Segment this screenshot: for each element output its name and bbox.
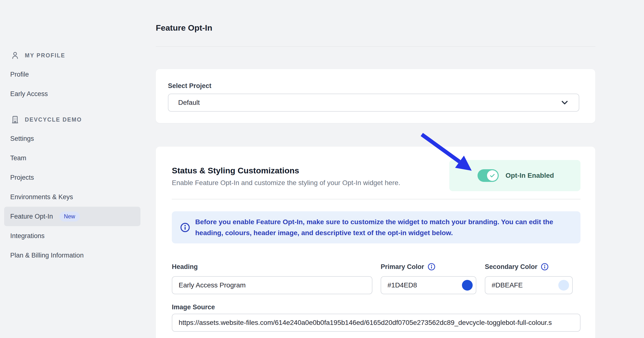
building-icon (11, 115, 20, 124)
sidebar-item-label: Profile (10, 71, 29, 78)
primary-color-input-wrap (381, 271, 476, 294)
secondary-color-swatch[interactable] (558, 280, 569, 291)
sidebar: MY PROFILE Profile Early Access DEVCYCLE… (4, 50, 140, 265)
secondary-color-label: Secondary Color (485, 263, 538, 271)
new-badge: New (60, 212, 80, 222)
opt-in-toggle-label: Opt-In Enabled (506, 172, 554, 179)
secondary-color-field: Secondary Color (485, 263, 573, 294)
customization-fields-row: Heading Primary Color (172, 263, 580, 294)
select-project-card: Select Project Default (156, 69, 595, 123)
image-source-label-row: Image Source (172, 303, 580, 311)
sidebar-gap (4, 104, 140, 115)
sidebar-item-label: Settings (10, 135, 34, 142)
primary-color-swatch[interactable] (462, 280, 473, 291)
heading-field: Heading (172, 263, 372, 294)
sidebar-section-devcycle-demo: DEVCYCLE DEMO (4, 115, 140, 124)
select-project-label: Select Project (168, 82, 579, 90)
sidebar-item-profile[interactable]: Profile (4, 65, 140, 84)
sidebar-item-label: Early Access (10, 90, 48, 98)
sidebar-item-label: Team (10, 154, 26, 162)
info-banner-text: Before you enable Feature Opt-In, make s… (195, 216, 560, 238)
sidebar-item-projects[interactable]: Projects (4, 168, 140, 187)
heading-label: Heading (172, 263, 198, 271)
status-header-row: Status & Styling Customizations Enable F… (172, 147, 580, 191)
status-section-title: Status & Styling Customizations (172, 165, 400, 176)
sidebar-section-my-profile: MY PROFILE (4, 50, 140, 60)
sidebar-item-label: Feature Opt-In (10, 213, 53, 220)
sidebar-item-team[interactable]: Team (4, 148, 140, 168)
main-content: Feature Opt-In Select Project Default St… (156, 0, 595, 338)
info-banner: Before you enable Feature Opt-In, make s… (172, 211, 580, 243)
secondary-color-input-wrap (485, 271, 573, 294)
sidebar-item-settings[interactable]: Settings (4, 129, 140, 148)
project-select[interactable]: Default (168, 94, 579, 112)
sidebar-item-label: Environments & Keys (10, 193, 73, 201)
chevron-down-icon (560, 98, 570, 107)
title-divider (156, 46, 595, 47)
sidebar-item-feature-opt-in[interactable]: Feature Opt-In New (4, 207, 140, 226)
toggle-knob (487, 170, 498, 181)
sidebar-item-label: Projects (10, 174, 34, 181)
status-header-texts: Status & Styling Customizations Enable F… (172, 160, 400, 187)
image-source-field: Image Source (172, 303, 580, 332)
status-styling-card: Status & Styling Customizations Enable F… (156, 147, 595, 338)
sidebar-item-environments-keys[interactable]: Environments & Keys (4, 187, 140, 207)
project-select-value: Default (178, 99, 200, 106)
heading-label-row: Heading (172, 263, 372, 271)
check-icon (489, 172, 496, 179)
status-section-subtitle: Enable Feature Opt-In and customize the … (172, 178, 400, 187)
sidebar-item-label: Integrations (10, 232, 44, 240)
sidebar-item-plan-billing[interactable]: Plan & Billing Information (4, 246, 140, 265)
user-icon (11, 50, 20, 60)
sidebar-item-integrations[interactable]: Integrations (4, 226, 140, 246)
opt-in-toggle[interactable] (478, 169, 499, 182)
heading-input[interactable] (172, 276, 372, 294)
page-root: { "page": { "title": "Feature Opt-In" },… (0, 0, 644, 338)
sidebar-item-early-access[interactable]: Early Access (4, 84, 140, 104)
page-title: Feature Opt-In (156, 0, 595, 32)
image-source-label: Image Source (172, 303, 215, 311)
primary-color-label-row: Primary Color (381, 263, 476, 271)
primary-color-label: Primary Color (381, 263, 424, 271)
secondary-color-label-row: Secondary Color (485, 263, 573, 271)
info-icon (180, 223, 190, 233)
primary-color-field: Primary Color (381, 263, 476, 294)
opt-in-toggle-panel: Opt-In Enabled (449, 160, 580, 191)
image-source-input[interactable] (172, 314, 580, 332)
sidebar-section-label: MY PROFILE (25, 52, 65, 59)
info-icon[interactable] (428, 263, 436, 271)
sidebar-item-label: Plan & Billing Information (10, 252, 84, 259)
sidebar-section-label: DEVCYCLE DEMO (25, 116, 82, 123)
status-divider (172, 199, 580, 199)
info-icon[interactable] (541, 263, 548, 271)
